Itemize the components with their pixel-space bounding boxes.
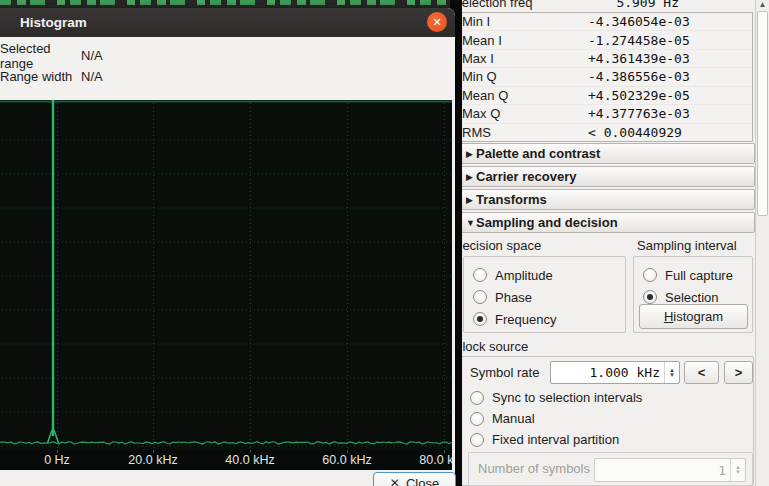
radio-manual[interactable]: Manual	[470, 408, 535, 429]
stat-label: Selection freq	[452, 0, 533, 10]
radio-sync-to-selection-intervals[interactable]: Sync to selection intervals	[470, 387, 642, 408]
radio-label: Selection	[665, 290, 718, 305]
window-title: Histogram	[0, 15, 87, 30]
radio-phase[interactable]: Phase	[473, 286, 625, 308]
axis-tick-label: 60.0 kHz	[307, 453, 387, 467]
stat-label: RMS	[459, 125, 588, 140]
frequency-axis: 0 Hz20.0 kHz40.0 kHz60.0 kHz80.0 kHz	[0, 450, 452, 470]
symbol-rate-label: Symbol rate	[470, 365, 539, 381]
stat-row-min-i: Min I-4.346054e-03	[459, 13, 752, 31]
symbol-rate-spinbox[interactable]: 1.000 kHz ▲▼	[550, 361, 680, 384]
stat-label: Mean Q	[459, 88, 588, 103]
section-label: Carrier recovery	[476, 169, 576, 184]
radio-icon	[470, 412, 484, 426]
radio-icon	[643, 268, 657, 282]
axis-tick-label: 20.0 kHz	[113, 453, 193, 467]
scrollbar-up-arrow-icon[interactable]: ▲	[756, 0, 769, 10]
stat-label: Max Q	[459, 106, 588, 121]
stat-value: +4.361439e-03	[588, 51, 690, 66]
sampling-interval-label: Sampling interval	[637, 238, 737, 254]
signal-stats-table: Min I-4.346054e-03 Mean I-1.274458e-05 M…	[458, 12, 753, 142]
range-info-area: Selected range N/A Range width N/A	[0, 37, 455, 100]
radio-label: Full capture	[665, 268, 733, 283]
radio-label: Fixed interval partition	[492, 432, 619, 447]
stat-value: -1.274458e-05	[588, 33, 690, 48]
number-of-symbols-group: Number of symbols 1 ▲▼	[468, 452, 753, 486]
section-sampling-and-decision[interactable]: ▼ Sampling and decision	[453, 212, 755, 233]
number-of-symbols-spinbox: 1 ▲▼	[594, 458, 746, 482]
section-carrier-recovery[interactable]: ▶ Carrier recovery	[453, 166, 755, 187]
section-transforms[interactable]: ▶ Transforms	[453, 189, 755, 210]
histogram-plot	[0, 100, 452, 450]
section-label: Palette and contrast	[476, 146, 600, 161]
radio-full-capture[interactable]: Full capture	[643, 264, 752, 286]
range-width-row: Range width N/A	[0, 66, 455, 87]
axis-tick-label: 80.0 kHz	[404, 453, 452, 467]
axis-tick-label: 0 Hz	[17, 453, 97, 467]
clock-source-label: Clock source	[453, 339, 528, 355]
stat-row-selection-freq: Selection freq 5.909 Hz	[452, 0, 755, 12]
radio-icon	[470, 391, 484, 405]
stat-label: Mean I	[459, 33, 588, 48]
radio-label: Manual	[492, 411, 535, 426]
settings-panel: Selection freq 5.909 Hz Min I-4.346054e-…	[452, 0, 769, 486]
stat-value: -4.386556e-03	[588, 69, 690, 84]
window-close-button[interactable]: ✕	[427, 12, 447, 32]
close-button-label: Close	[406, 476, 439, 486]
window-titlebar[interactable]: Histogram ✕	[0, 8, 455, 37]
range-width-value: N/A	[81, 69, 103, 84]
radio-selected-icon	[643, 290, 657, 304]
stat-row-max-i: Max I+4.361439e-03	[459, 50, 752, 68]
dialog-button-bar: ✕ Close	[0, 470, 455, 486]
stat-label: Min I	[459, 14, 588, 29]
radio-label: Sync to selection intervals	[492, 390, 642, 405]
radio-icon	[473, 290, 487, 304]
radio-label: Phase	[495, 290, 532, 305]
radio-fixed-interval-partition[interactable]: Fixed interval partition	[470, 429, 619, 450]
selected-range-value: N/A	[81, 48, 103, 63]
number-of-symbols-value: 1	[595, 463, 730, 478]
selected-range-label: Selected range	[0, 41, 81, 71]
radio-label: Frequency	[495, 312, 556, 327]
desktop: Selection freq 5.909 Hz Min I-4.346054e-…	[0, 0, 769, 486]
radio-selected-icon	[473, 312, 487, 326]
stat-label: Min Q	[459, 69, 588, 84]
symbol-blocks-pattern	[0, 0, 456, 5]
radio-label: Amplitude	[495, 268, 553, 283]
radio-amplitude[interactable]: Amplitude	[473, 264, 625, 286]
section-label: Sampling and decision	[476, 215, 618, 230]
scrollbar-thumb[interactable]	[757, 11, 768, 216]
section-label: Transforms	[476, 192, 547, 207]
close-icon: ✕	[432, 16, 441, 29]
stat-label: Max I	[459, 51, 588, 66]
decision-space-label: Decision space	[453, 238, 541, 254]
stat-row-mean-q: Mean Q+4.502329e-05	[459, 87, 752, 105]
panel-scrollbar[interactable]: ▲	[755, 0, 769, 486]
stat-value: +4.502329e-05	[588, 88, 690, 103]
range-width-label: Range width	[0, 69, 81, 84]
selected-range-row: Selected range N/A	[0, 45, 455, 66]
close-dialog-button[interactable]: ✕ Close	[373, 472, 456, 486]
decision-space-group: Amplitude Phase Frequency	[463, 256, 626, 333]
close-icon: ✕	[390, 476, 400, 486]
histogram-button[interactable]: Histogram	[639, 304, 748, 329]
histogram-button-label: Histogram	[664, 309, 723, 324]
histogram-window: Histogram ✕ Selected range N/A Range wid…	[0, 8, 455, 486]
stat-value: -4.346054e-03	[588, 14, 690, 29]
radio-icon	[473, 268, 487, 282]
stat-row-max-q: Max Q+4.377763e-03	[459, 105, 752, 123]
spinner-arrows-icon[interactable]: ▲▼	[664, 362, 679, 383]
stat-row-rms: RMS< 0.00440929	[459, 124, 752, 141]
spinner-arrows-icon: ▲▼	[730, 459, 745, 481]
section-palette-and-contrast[interactable]: ▶ Palette and contrast	[453, 143, 755, 164]
number-of-symbols-label: Number of symbols	[478, 461, 590, 476]
symbol-rate-step-down-button[interactable]: <	[684, 361, 719, 384]
stat-value: +4.377763e-03	[588, 106, 690, 121]
histogram-curve	[0, 100, 452, 450]
radio-frequency[interactable]: Frequency	[473, 308, 625, 330]
radio-icon	[470, 433, 484, 447]
stat-row-mean-i: Mean I-1.274458e-05	[459, 31, 752, 49]
axis-tick-label: 40.0 kHz	[210, 453, 290, 467]
symbol-rate-step-up-button[interactable]: >	[724, 361, 753, 384]
stat-value: 5.909 Hz	[616, 0, 679, 10]
